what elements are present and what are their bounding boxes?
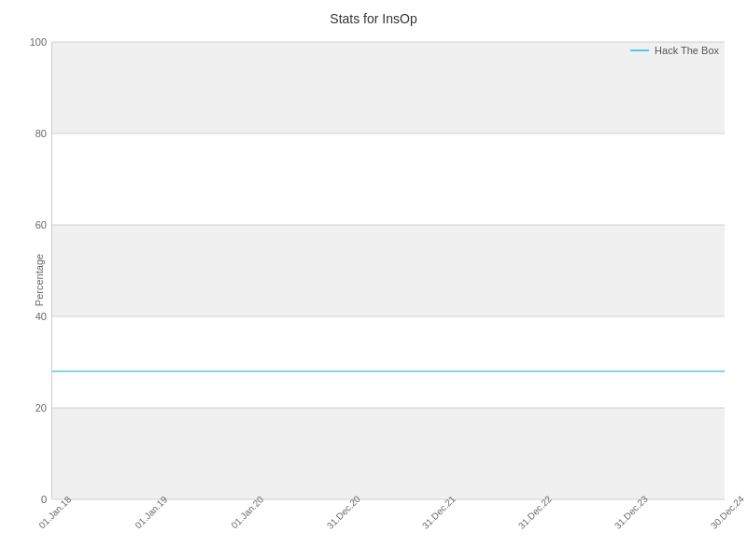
y-tick-label: 0 <box>41 494 47 505</box>
svg-rect-4 <box>52 408 725 499</box>
legend-label: Hack The Box <box>655 45 719 56</box>
y-tick-label: 20 <box>35 402 47 413</box>
svg-rect-1 <box>52 133 725 225</box>
y-axis-title: Percentage <box>34 254 45 306</box>
chart-area: 020406080100 <box>51 42 724 499</box>
x-labels: 01.Jan.1801.Jan.1901.Jan.2031.Dec.2031.D… <box>51 504 724 523</box>
svg-rect-2 <box>52 225 725 316</box>
chart-container: Stats for InsOp Percentage 020406080100 … <box>0 0 747 560</box>
svg-rect-0 <box>52 42 725 133</box>
svg-rect-3 <box>52 316 725 408</box>
legend: Hack The Box <box>630 45 719 56</box>
y-tick-label: 60 <box>35 219 47 231</box>
y-tick-label: 40 <box>35 311 47 322</box>
y-tick-label: 80 <box>35 128 47 139</box>
chart-title: Stats for InsOp <box>0 11 747 26</box>
y-tick-label: 100 <box>30 36 47 48</box>
legend-line <box>630 49 649 51</box>
